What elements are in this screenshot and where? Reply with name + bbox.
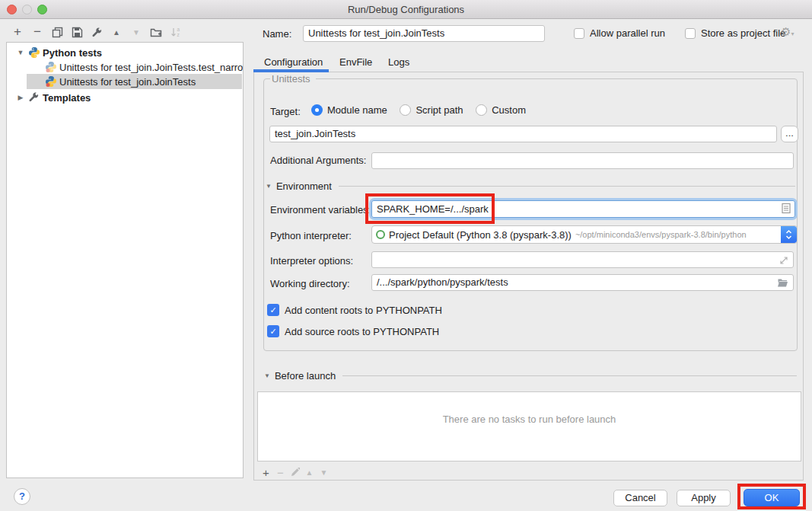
checked-checkbox-icon[interactable]: ✓ (267, 325, 279, 337)
down-triangle-icon: ▼ (132, 28, 140, 37)
help-button[interactable]: ? (14, 488, 30, 505)
store-as-project-file-option[interactable]: Store as project file (685, 27, 785, 39)
tree-item-jointests-selected[interactable]: Unittests for test_join.JoinTests (7, 74, 243, 89)
checked-checkbox-icon[interactable]: ✓ (267, 304, 279, 316)
dropdown-stepper-icon[interactable] (781, 226, 797, 243)
store-as-project-file-label: Store as project file (701, 27, 785, 39)
apply-button[interactable]: Apply (677, 490, 731, 506)
sort-configurations-button[interactable]: az (166, 24, 186, 40)
svg-text:z: z (177, 32, 179, 37)
folder-icon[interactable] (777, 277, 788, 291)
allow-parallel-run-checkbox[interactable] (574, 28, 584, 39)
tree-item-label: Unittests for test_join.JoinTests.test_n… (59, 62, 243, 73)
tree-item-templates[interactable]: ▶ Templates (7, 90, 243, 105)
tree-item-python-tests[interactable]: ▼ Python tests (7, 45, 243, 60)
new-folder-button[interactable] (146, 24, 166, 40)
name-input[interactable]: Unittests for test_join.JoinTests (303, 25, 545, 42)
tree-item-test-narrow[interactable]: Unittests for test_join.JoinTests.test_n… (7, 59, 243, 75)
add-content-roots-label: Add content roots to PYTHONPATH (285, 305, 442, 316)
move-up-button[interactable]: ▲ (107, 24, 126, 40)
environment-section-header[interactable]: ▼ Environment (266, 180, 795, 192)
browse-module-button[interactable]: ... (781, 126, 798, 142)
configurations-tree: ▼ Python tests Unittests for test_join.J… (6, 42, 244, 478)
move-task-up-button[interactable]: ▲ (302, 464, 317, 481)
edit-templates-button[interactable] (87, 24, 107, 40)
collapsed-arrow-icon[interactable]: ▶ (16, 94, 25, 101)
plus-icon: + (263, 466, 269, 479)
add-content-roots-option[interactable]: ✓ Add content roots to PYTHONPATH (267, 304, 442, 316)
configuration-tab-content: Unittests Target: Module name Script pat… (253, 72, 804, 481)
minus-icon: − (277, 466, 284, 479)
interpreter-options-label: Interpreter options: (270, 255, 353, 267)
module-name-input[interactable]: test_join.JoinTests (269, 126, 777, 142)
env-vars-editor-icon[interactable] (782, 203, 791, 218)
svg-text:a: a (177, 27, 180, 32)
collapse-triangle-icon[interactable]: ▼ (264, 372, 270, 379)
environment-variables-input[interactable]: SPARK_HOME=/.../spark (371, 200, 795, 218)
radio-label: Module name (327, 104, 387, 116)
tree-item-label: Python tests (43, 47, 102, 59)
before-launch-empty-text: There are no tasks to run before launch (258, 414, 801, 425)
before-launch-toolbar: + − ▲ ▼ (259, 464, 331, 481)
environment-variables-label: Environment variables: (270, 204, 371, 216)
radio-custom[interactable]: Custom (476, 104, 526, 116)
before-launch-task-list: There are no tasks to run before launch (257, 391, 801, 461)
conda-env-icon (376, 230, 385, 239)
move-task-down-button[interactable]: ▼ (317, 464, 331, 481)
store-options-gear-icon[interactable]: ⚙▾ (781, 25, 794, 39)
minus-icon: − (33, 24, 41, 40)
tab-logs[interactable]: Logs (388, 53, 409, 72)
collapse-triangle-icon[interactable]: ▼ (266, 183, 272, 190)
add-configuration-button[interactable]: + (8, 24, 27, 40)
radio-icon (400, 104, 411, 116)
edit-task-button[interactable] (288, 464, 302, 481)
remove-configuration-button[interactable]: − (27, 24, 47, 40)
before-launch-section-header[interactable]: ▼ Before launch (264, 370, 797, 382)
python-interpreter-select[interactable]: Project Default (Python 3.8 (pyspark-3.8… (371, 225, 798, 244)
environment-variables-value: SPARK_HOME=/.../spark (377, 203, 489, 215)
move-down-button[interactable]: ▼ (126, 24, 146, 40)
add-source-roots-option[interactable]: ✓ Add source roots to PYTHONPATH (267, 325, 439, 337)
expand-field-icon[interactable] (779, 254, 788, 268)
tab-envfile[interactable]: EnvFile (339, 53, 372, 72)
separator-line (342, 375, 797, 376)
interpreter-options-input[interactable] (371, 251, 794, 268)
up-triangle-icon: ▲ (113, 28, 120, 37)
save-icon (72, 27, 83, 38)
unittests-group-box: Unittests Target: Module name Script pat… (263, 78, 798, 351)
python-interpreter-value: Project Default (Python 3.8 (pyspark-3.8… (389, 229, 572, 241)
allow-parallel-run-label: Allow parallel run (590, 27, 665, 39)
working-directory-input[interactable]: /.../spark/python/pyspark/tests (371, 274, 794, 291)
name-value: Unittests for test_join.JoinTests (308, 27, 444, 39)
radio-icon (476, 104, 487, 116)
templates-wrench-icon (28, 91, 40, 104)
expanded-arrow-icon[interactable]: ▼ (16, 49, 25, 56)
target-label: Target: (270, 106, 301, 117)
run-debug-configurations-dialog: Run/Debug Configurations + − ▲ ▼ az ▼ Py… (0, 0, 812, 511)
radio-module-name[interactable]: Module name (311, 104, 387, 116)
add-source-roots-label: Add source roots to PYTHONPATH (285, 326, 439, 337)
radio-label: Custom (492, 104, 526, 116)
remove-task-button[interactable]: − (273, 464, 288, 481)
copy-configuration-button[interactable] (47, 24, 67, 40)
python-icon (28, 46, 40, 59)
additional-arguments-label: Additional Arguments: (270, 155, 366, 166)
window-titlebar: Run/Debug Configurations (0, 0, 812, 19)
radio-script-path[interactable]: Script path (400, 104, 463, 116)
tree-item-label: Templates (43, 92, 91, 104)
module-name-value: test_join.JoinTests (275, 128, 355, 139)
cancel-button[interactable]: Cancel (613, 490, 667, 506)
python-interpreter-path: ~/opt/miniconda3/envs/pyspark-3.8/bin/py… (575, 230, 747, 239)
python-interpreter-label: Python interpreter: (270, 230, 352, 241)
store-as-project-file-checkbox[interactable] (685, 28, 696, 39)
additional-arguments-input[interactable] (371, 152, 794, 169)
before-launch-label: Before launch (275, 370, 336, 382)
question-mark-icon: ? (19, 490, 25, 502)
separator-line (339, 186, 795, 187)
allow-parallel-run-option[interactable]: Allow parallel run (574, 27, 665, 39)
add-task-button[interactable]: + (259, 464, 273, 481)
ok-button[interactable]: OK (744, 489, 800, 506)
save-configuration-button[interactable] (67, 24, 87, 40)
sort-alpha-icon: az (170, 27, 182, 38)
unittests-group-title: Unittests (270, 73, 316, 85)
